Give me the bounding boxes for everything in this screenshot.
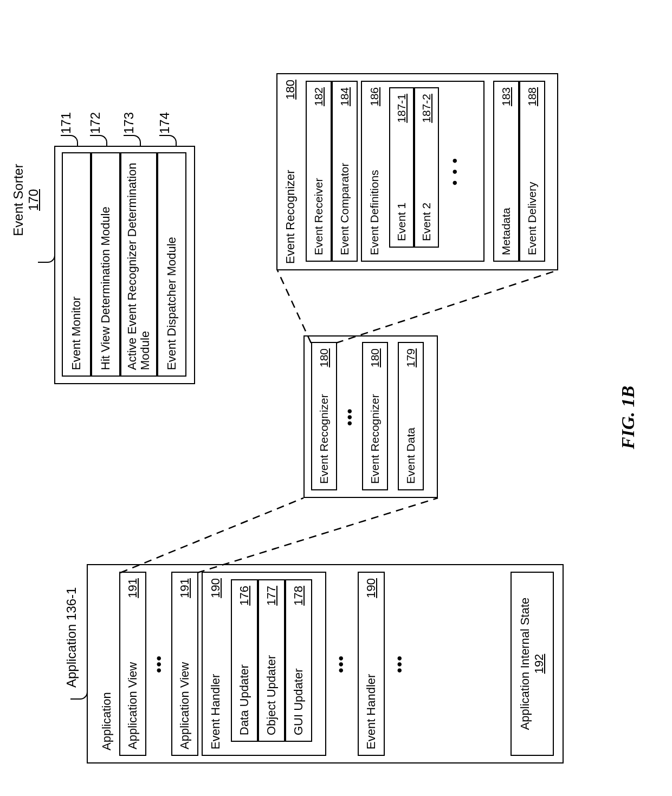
row-label: Application View bbox=[126, 605, 140, 749]
event-handler-row-1: Object Updater 177 bbox=[258, 579, 285, 742]
application-header: Application bbox=[94, 572, 119, 756]
ellipsis: ••• bbox=[333, 565, 350, 762]
event-definitions-header: Event Definitions 186 bbox=[362, 82, 387, 261]
event-sorter-row-3: Event Dispatcher Module bbox=[157, 152, 186, 377]
leader-tick-application bbox=[70, 689, 88, 700]
event-def-row-1: Event 2 187-2 bbox=[414, 87, 439, 248]
row-label: Event Recognizer bbox=[283, 106, 298, 264]
recognizer-detail-row-metadata: Metadata 183 bbox=[493, 81, 519, 262]
event-sorter-row-1: Hit View Determination Module bbox=[91, 152, 120, 377]
event-sorter-row-0: Event Monitor bbox=[62, 152, 91, 377]
event-sorter-ref: 170 bbox=[26, 189, 41, 211]
recognizer-row-1: Event Recognizer 180 bbox=[362, 342, 388, 490]
svg-line-2 bbox=[277, 270, 311, 343]
row-ref: 190 bbox=[209, 578, 223, 605]
ellipsis: • • • bbox=[447, 82, 463, 261]
row-ref: 180 bbox=[283, 80, 298, 106]
row-label: Active Event Recognizer Determination Mo… bbox=[126, 159, 152, 370]
event-definitions-box: Event Definitions 186 Event 1 187-1 Even… bbox=[361, 81, 484, 262]
row-ref: 176 bbox=[237, 586, 251, 612]
event-handler-box: Event Handler 190 Data Updater 176 Objec… bbox=[202, 572, 326, 756]
leader-tick-event-sorter bbox=[38, 252, 55, 263]
leader-tick bbox=[61, 135, 78, 146]
event-handler-row-second: Event Handler 190 bbox=[358, 572, 385, 756]
svg-line-3 bbox=[336, 270, 557, 343]
row-label: Event Recognizer bbox=[369, 374, 382, 484]
recognizer-detail-row-delivery: Event Delivery 188 bbox=[519, 81, 545, 262]
row-label: Event Monitor bbox=[69, 159, 83, 370]
row-ref: 191 bbox=[178, 578, 192, 605]
row-label: Object Updater bbox=[264, 612, 279, 735]
row-ref: 184 bbox=[338, 87, 351, 113]
event-def-row-0: Event 1 187-1 bbox=[389, 87, 414, 248]
row-ref: 180 bbox=[369, 348, 382, 374]
row-label: Event Dispatcher Module bbox=[165, 159, 179, 370]
event-handler-row-2: GUI Updater 178 bbox=[285, 579, 312, 742]
row-label: Event 2 bbox=[420, 130, 433, 241]
row-label: Event Receiver bbox=[312, 113, 325, 255]
row-ref: 183 bbox=[500, 87, 513, 113]
event-sorter-box: Event Monitor Hit View Determination Mod… bbox=[54, 146, 195, 384]
ref-173: 173 bbox=[121, 112, 137, 134]
row-label: Event Handler bbox=[209, 605, 223, 749]
row-label: Application Internal State bbox=[518, 598, 532, 730]
row-ref: 186 bbox=[368, 87, 381, 113]
row-label: Hit View Determination Module bbox=[99, 159, 113, 370]
recognizer-detail-row-1: Event Comparator 184 bbox=[332, 81, 358, 262]
row-ref: 180 bbox=[318, 348, 331, 374]
application-box: Application Application View 191 ••• App… bbox=[87, 564, 564, 763]
row-ref: 187-1 bbox=[395, 94, 408, 130]
row-label: Application View bbox=[178, 605, 192, 749]
row-label: Event Data bbox=[404, 374, 417, 484]
event-sorter-row-2: Active Event Recognizer Determination Mo… bbox=[120, 152, 157, 377]
app-internal-state: Application Internal State 192 bbox=[511, 572, 554, 756]
event-data-row: Event Data 179 bbox=[398, 342, 424, 490]
event-sorter-title-text: Event Sorter bbox=[11, 164, 25, 236]
row-ref: 192 bbox=[532, 654, 546, 674]
application-callout: Application 136-1 bbox=[64, 587, 79, 688]
row-label: Event Recognizer bbox=[318, 374, 331, 484]
row-label: Event Handler bbox=[364, 605, 378, 749]
row-ref: 182 bbox=[312, 87, 325, 113]
ref-171: 171 bbox=[59, 112, 74, 134]
recognizer-group-box: Event Recognizer 180 ••• Event Recognize… bbox=[303, 335, 438, 498]
leader-tick bbox=[90, 135, 107, 146]
app-view-row-1: Application View 191 bbox=[171, 572, 198, 756]
application-header-text: Application bbox=[100, 577, 114, 750]
row-label: Event Delivery bbox=[526, 113, 539, 255]
row-ref: 179 bbox=[404, 348, 417, 374]
row-ref: 178 bbox=[292, 586, 306, 612]
app-view-row-0: Application View 191 bbox=[119, 572, 146, 756]
row-label: Event 1 bbox=[395, 130, 408, 241]
ref-174: 174 bbox=[157, 112, 172, 134]
recognizer-detail-box: Event Recognizer 180 Event Receiver 182 … bbox=[276, 73, 558, 270]
row-ref: 177 bbox=[264, 586, 279, 612]
row-ref: 188 bbox=[526, 87, 539, 113]
figure-label: FIG. 1B bbox=[618, 386, 638, 449]
row-label: Metadata bbox=[500, 113, 513, 255]
row-ref: 191 bbox=[126, 578, 140, 605]
ellipsis: ••• bbox=[391, 565, 408, 762]
event-handler-row-0: Data Updater 176 bbox=[231, 579, 258, 742]
event-sorter-title: Event Sorter 170 bbox=[11, 157, 41, 243]
event-handler-header: Event Handler 190 bbox=[203, 573, 229, 755]
ellipsis: ••• bbox=[151, 565, 167, 762]
row-ref: 187-2 bbox=[420, 94, 433, 130]
row-label: Event Definitions bbox=[368, 113, 381, 255]
row-ref: 190 bbox=[364, 578, 378, 605]
row-label: GUI Updater bbox=[292, 612, 306, 735]
leader-tick bbox=[159, 135, 177, 146]
diagram-canvas: Event Sorter 170 Event Monitor Hit View … bbox=[0, 124, 672, 796]
row-label: Event Comparator bbox=[338, 113, 351, 255]
row-label: Data Updater bbox=[237, 612, 251, 735]
svg-line-0 bbox=[120, 498, 303, 573]
svg-line-1 bbox=[197, 498, 438, 573]
ellipsis: ••• bbox=[341, 336, 358, 497]
recognizer-row-0: Event Recognizer 180 bbox=[311, 342, 337, 490]
leader-tick bbox=[124, 135, 141, 146]
recognizer-detail-row-0: Event Receiver 182 bbox=[306, 81, 332, 262]
recognizer-detail-header: Event Recognizer 180 bbox=[277, 74, 303, 269]
ref-172: 172 bbox=[88, 112, 103, 134]
